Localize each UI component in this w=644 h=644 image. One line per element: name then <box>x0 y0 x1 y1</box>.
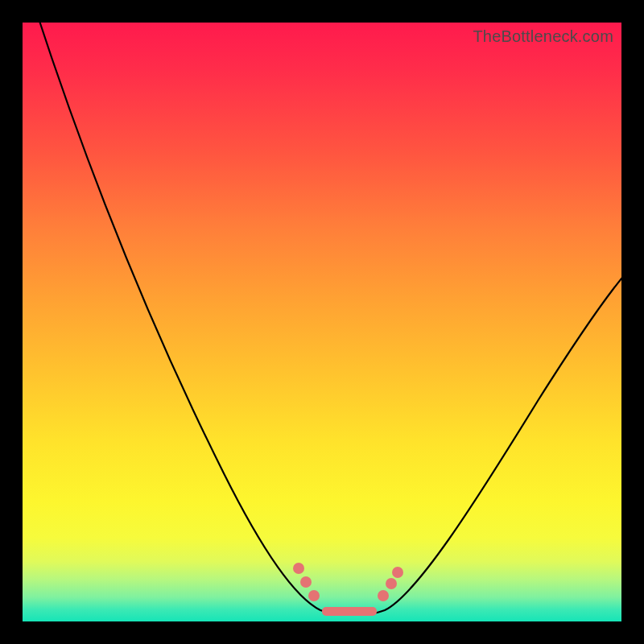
bottleneck-curve <box>35 6 634 615</box>
curve-marker <box>378 590 389 601</box>
chart-frame: TheBottleneck.com <box>0 0 644 644</box>
plot-area: TheBottleneck.com <box>23 23 621 621</box>
curve-marker <box>293 563 304 574</box>
curve-marker <box>300 576 312 588</box>
curve-marker <box>386 578 397 589</box>
curve-marker <box>308 590 320 601</box>
curve-marker <box>392 567 403 578</box>
valley-flat-segment <box>322 607 377 616</box>
curve-layer <box>23 23 621 621</box>
